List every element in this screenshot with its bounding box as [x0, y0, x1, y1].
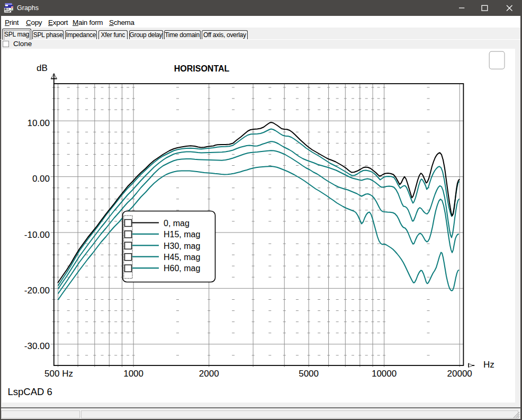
- svg-text:0, mag: 0, mag: [164, 219, 190, 228]
- svg-text:0.00: 0.00: [32, 174, 50, 184]
- svg-text:10000: 10000: [372, 369, 397, 379]
- svg-text:2000: 2000: [199, 369, 219, 379]
- svg-text:H45, mag: H45, mag: [164, 253, 200, 262]
- svg-text:H30, mag: H30, mag: [164, 242, 200, 251]
- svg-text:dB: dB: [37, 63, 48, 73]
- svg-text:-10.00: -10.00: [24, 230, 50, 240]
- svg-text:20000: 20000: [447, 369, 472, 379]
- svg-text:-30.00: -30.00: [24, 341, 50, 351]
- svg-text:10.00: 10.00: [27, 118, 50, 128]
- svg-text:5000: 5000: [299, 369, 319, 379]
- svg-text:H15, mag: H15, mag: [164, 230, 200, 239]
- svg-text:H60, mag: H60, mag: [164, 264, 200, 273]
- svg-text:1000: 1000: [123, 369, 143, 379]
- svg-text:LspCAD 6: LspCAD 6: [8, 386, 52, 397]
- svg-text:Hz: Hz: [483, 360, 494, 370]
- svg-text:-20.00: -20.00: [24, 285, 50, 296]
- svg-text:500 Hz: 500 Hz: [44, 369, 73, 379]
- svg-text:HORISONTAL: HORISONTAL: [174, 64, 230, 73]
